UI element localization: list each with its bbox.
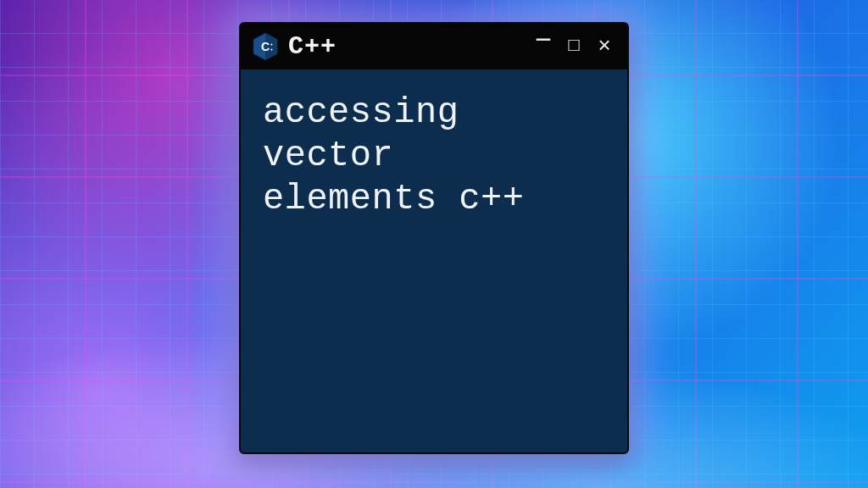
terminal-content: accessing vector elements c++ <box>241 69 627 452</box>
minimize-button[interactable]: − <box>532 30 554 53</box>
maximize-button[interactable]: □ <box>563 36 585 58</box>
background: C + + C++ − □ × accessing vector element… <box>0 0 868 488</box>
window-controls: − □ × <box>532 36 615 58</box>
terminal-window: C + + C++ − □ × accessing vector element… <box>239 22 629 454</box>
cpp-icon: C + + <box>253 32 278 61</box>
svg-text:C: C <box>261 40 270 53</box>
titlebar[interactable]: C + + C++ − □ × <box>241 24 627 69</box>
close-button[interactable]: × <box>593 36 615 58</box>
window-title: C++ <box>288 32 522 61</box>
